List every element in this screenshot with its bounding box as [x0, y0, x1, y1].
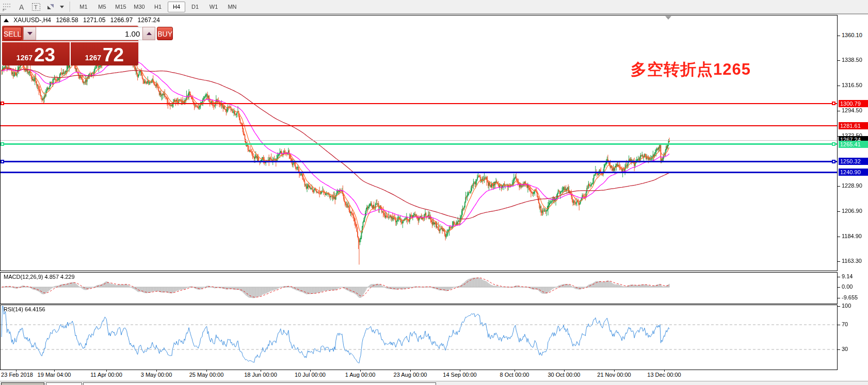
- hline-1250.32[interactable]: [1, 161, 837, 162]
- price-axis-label: 1360.10: [842, 32, 862, 38]
- sell-button[interactable]: SELL: [3, 27, 22, 40]
- date-axis-tick: [460, 370, 460, 372]
- date-axis-label: 11 Apr 00:00: [90, 372, 122, 378]
- timeframe-m15[interactable]: M15: [112, 2, 130, 12]
- spin-up-icon: [147, 32, 152, 35]
- chart-title: XAUUSD-,H4 1268.58 1271.05 1266.97 1267.…: [4, 16, 163, 24]
- one-click-trade-panel: SELL BUY 1267 23 1267 72: [2, 26, 138, 65]
- price-tag-1300.79: 1300.79: [839, 100, 868, 107]
- timeframe-m30[interactable]: M30: [131, 2, 148, 12]
- hline-handle[interactable]: [832, 142, 835, 146]
- rsi-axis-label: 30: [842, 346, 848, 352]
- rsi-axis-label: 100: [842, 303, 851, 309]
- macd-axis-label: 0.00: [842, 283, 853, 290]
- chart-text-annotation[interactable]: 多空转折点1265: [631, 59, 751, 80]
- trade-panel-controls: SELL BUY: [2, 26, 138, 41]
- date-axis-tick: [16, 370, 17, 372]
- price-axis-tick: [838, 86, 840, 86]
- macd-axis-tick: [838, 287, 840, 288]
- date-axis-tick: [261, 370, 261, 372]
- volume-increment-button[interactable]: [142, 27, 155, 40]
- price-axis-tick: [838, 186, 840, 187]
- price-axis-label: 1294.50: [842, 107, 862, 113]
- price-tag-1281.61: 1281.61: [839, 122, 868, 129]
- volume-input[interactable]: [36, 27, 142, 40]
- hline-handle[interactable]: [1, 142, 4, 146]
- date-axis-label: 14 Sep 00:00: [443, 372, 476, 378]
- date-axis-label: 23 Aug 00:00: [394, 372, 427, 378]
- price-axis-label: 1163.30: [842, 258, 862, 264]
- date-axis-label: 3 May 00:00: [141, 372, 172, 378]
- symbol-label: XAUUSD-,H4: [13, 16, 51, 24]
- one-click-collapse-icon[interactable]: [4, 19, 9, 22]
- chart-tab[interactable]: [46, 382, 82, 385]
- price-axis-tick: [838, 111, 840, 111]
- date-axis-tick: [156, 370, 157, 372]
- date-axis-tick: [410, 370, 411, 372]
- date-axis-tick: [310, 370, 311, 372]
- date-axis-tick: [360, 370, 361, 372]
- volume-spinner: [23, 27, 155, 40]
- price-axis-tick: [838, 36, 840, 36]
- date-axis-label: 23 Feb 2018: [1, 372, 33, 378]
- date-axis-label: 19 Mar 04:00: [38, 372, 71, 378]
- trade-panel-prices: 1267 23 1267 72: [2, 42, 138, 65]
- volume-decrement-button[interactable]: [23, 27, 36, 40]
- chart-tab[interactable]: [1, 382, 44, 385]
- date-axis-tick: [515, 370, 515, 372]
- ohlc-high: 1271.05: [83, 16, 105, 24]
- timeframe-d1[interactable]: D1: [186, 2, 204, 12]
- hline-1240.90[interactable]: [1, 172, 837, 173]
- timeframe-w1[interactable]: W1: [205, 2, 222, 12]
- hline-1300.79[interactable]: [1, 103, 837, 104]
- buy-price-pips: 72: [103, 46, 124, 64]
- macd-axis-label: 9.14: [842, 273, 853, 279]
- price-axis-tick: [838, 261, 840, 262]
- timeframe-h1[interactable]: H1: [149, 2, 167, 12]
- timeframe-group: M1M5M15M30H1H4D1W1MN: [74, 2, 242, 12]
- date-axis-label: 25 May 00:00: [189, 372, 224, 378]
- timeframe-m1[interactable]: M1: [75, 2, 92, 12]
- price-axis-label: 1228.90: [842, 182, 862, 189]
- sell-price-box[interactable]: 1267 23: [2, 42, 70, 65]
- price-axis-label: 1206.90: [842, 208, 862, 214]
- price-axis-tick: [838, 211, 840, 212]
- price-axis-label: 1184.90: [842, 233, 862, 239]
- rsi-axis-tick: [838, 306, 840, 307]
- bid-price-line: [1, 140, 837, 141]
- timeframe-mn[interactable]: MN: [223, 2, 241, 12]
- buy-button[interactable]: BUY: [157, 27, 173, 40]
- rsi-axis-tick: [838, 325, 840, 325]
- macd-axis-tick: [838, 277, 840, 277]
- macd-axis-tick: [838, 298, 840, 298]
- arrows-icon[interactable]: [44, 1, 57, 12]
- rsi-indicator-label: RSI(14) 64.4156: [4, 306, 45, 312]
- chart-tab[interactable]: [83, 382, 436, 385]
- hline-handle[interactable]: [832, 102, 835, 105]
- arrows-dropdown-caret[interactable]: [60, 6, 64, 8]
- svg-text:F: F: [3, 8, 5, 11]
- timeframe-h4[interactable]: H4: [168, 2, 185, 12]
- toolbar: F A T M1M5M15M30H1H4D1W1MN: [0, 0, 868, 14]
- date-axis-tick: [564, 370, 565, 372]
- text-label-icon[interactable]: A: [15, 1, 28, 12]
- hline-1281.61[interactable]: [1, 125, 837, 126]
- fibonacci-icon[interactable]: F: [1, 1, 14, 12]
- date-axis-tick: [106, 370, 107, 372]
- mt4-window: F A T M1M5M15M30H1H4D1W1MN XAUUSD-,H: [0, 0, 868, 385]
- date-axis-label: 21 Nov 00:00: [597, 372, 631, 378]
- hline-1265.41[interactable]: [1, 143, 837, 145]
- macd-axis-label: -9.655: [842, 294, 858, 300]
- price-tag-1250.32: 1250.32: [839, 158, 868, 165]
- buy-price-box[interactable]: 1267 72: [71, 42, 138, 65]
- timeframe-m5[interactable]: M5: [93, 2, 111, 12]
- svg-text:T: T: [34, 4, 38, 10]
- hline-handle[interactable]: [1, 102, 4, 105]
- hline-handle[interactable]: [832, 160, 835, 163]
- toolbar-separator: [70, 2, 71, 12]
- hline-handle[interactable]: [1, 160, 4, 163]
- text-box-icon[interactable]: T: [29, 1, 43, 12]
- date-axis-tick: [206, 370, 207, 372]
- price-tag-1265.41: 1265.41: [839, 141, 868, 148]
- ohlc-low: 1266.97: [110, 16, 133, 24]
